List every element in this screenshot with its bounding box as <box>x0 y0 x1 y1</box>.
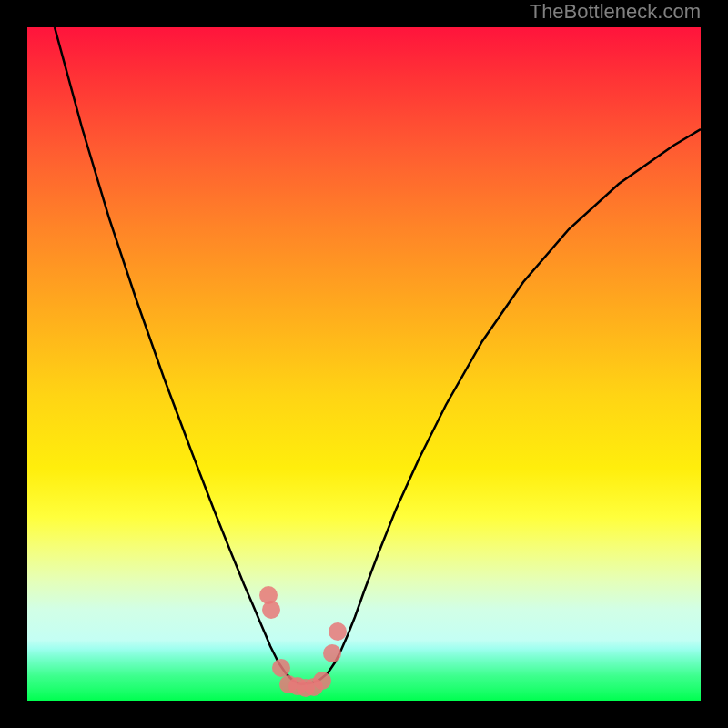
chart-frame: TheBottleneck.com <box>0 0 728 728</box>
gradient-bottom <box>27 640 701 701</box>
gradient-main <box>27 27 701 640</box>
plot-area <box>27 27 701 701</box>
watermark-text: TheBottleneck.com <box>530 0 701 24</box>
gradient-background <box>27 27 701 701</box>
